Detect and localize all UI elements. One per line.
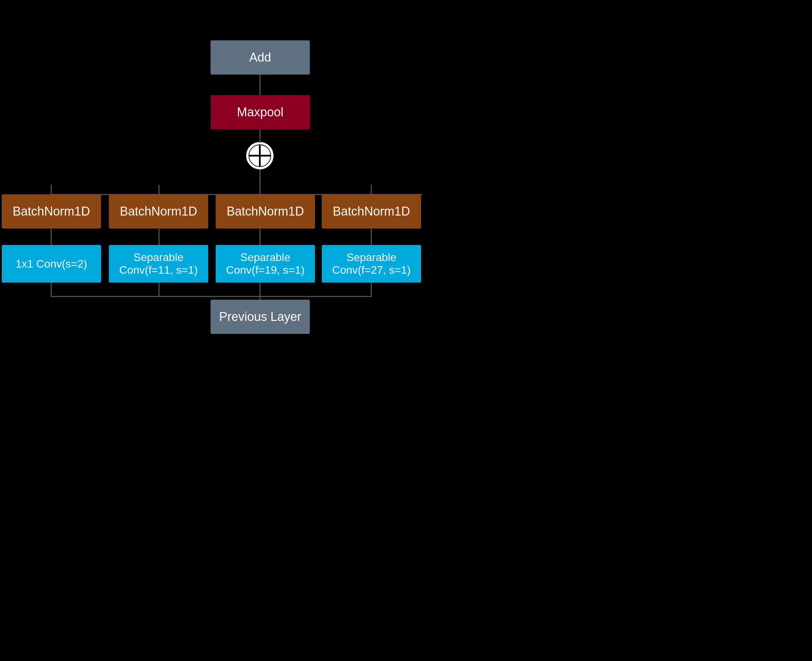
line-add-maxpool: [259, 75, 261, 95]
line-v-bn4-conv4: [371, 228, 372, 245]
add-node[interactable]: Add: [211, 40, 310, 75]
batchnorm3-node[interactable]: BatchNorm1D: [216, 194, 315, 228]
batchnorm1-node[interactable]: BatchNorm1D: [2, 194, 101, 228]
conv3-label: Separable Conv(f=19, s=1): [226, 251, 304, 276]
conv4-node[interactable]: Separable Conv(f=27, s=1): [322, 245, 421, 283]
crosshair-svg: [248, 144, 272, 168]
conv2-label: Separable Conv(f=11, s=1): [119, 251, 197, 276]
sum-circle-icon: [246, 142, 274, 169]
line-maxpool-circle: [259, 129, 261, 143]
line-v-bn3-conv3: [259, 228, 261, 245]
conv2-node[interactable]: Separable Conv(f=11, s=1): [109, 245, 208, 283]
line-v-bn2-conv2: [159, 228, 160, 245]
line-v-bn1-conv1: [51, 228, 52, 245]
maxpool-label: Maxpool: [237, 105, 283, 120]
batchnorm3-label: BatchNorm1D: [227, 204, 304, 219]
line-v-conv4-h: [371, 283, 372, 296]
line-v-conv1-h: [51, 283, 52, 296]
conv1-label: 1x1 Conv(s=2): [16, 258, 87, 270]
line-v-conv2-h: [159, 283, 160, 296]
prev-layer-label: Previous Layer: [219, 310, 301, 324]
batchnorm2-label: BatchNorm1D: [120, 204, 197, 219]
conv3-node[interactable]: Separable Conv(f=19, s=1): [216, 245, 315, 283]
batchnorm4-node[interactable]: BatchNorm1D: [322, 194, 421, 228]
line-v-bn4: [371, 185, 372, 194]
line-v-bn2: [159, 185, 160, 194]
maxpool-node[interactable]: Maxpool: [211, 95, 310, 129]
conv1-node[interactable]: 1x1 Conv(s=2): [2, 245, 101, 283]
line-v-conv3-h: [259, 283, 261, 296]
batchnorm4-label: BatchNorm1D: [333, 204, 410, 219]
line-h-conv-prev: [51, 296, 372, 297]
prev-layer-node[interactable]: Previous Layer: [211, 300, 310, 334]
line-v-bn3: [259, 185, 261, 194]
conv4-label: Separable Conv(f=27, s=1): [332, 251, 410, 276]
batchnorm1-label: BatchNorm1D: [13, 204, 90, 219]
add-label: Add: [249, 50, 271, 65]
batchnorm2-node[interactable]: BatchNorm1D: [109, 194, 208, 228]
line-v-bn1: [51, 185, 52, 194]
